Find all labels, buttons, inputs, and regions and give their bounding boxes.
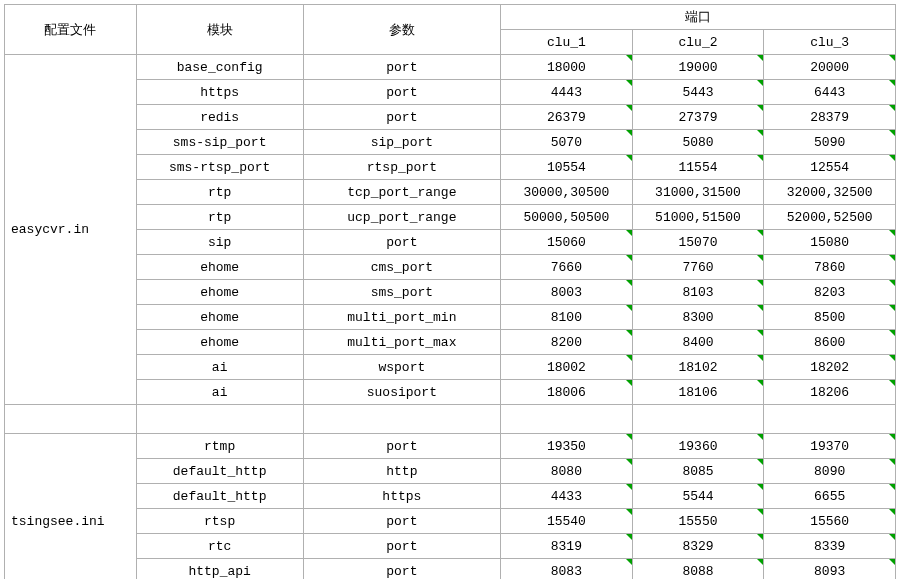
table-row: aiwsport180021810218202 bbox=[5, 355, 896, 380]
table-row: default_httphttps443355446655 bbox=[5, 484, 896, 509]
clu3-cell: 20000 bbox=[764, 55, 896, 80]
clu3-cell: 12554 bbox=[764, 155, 896, 180]
clu1-cell: 15060 bbox=[501, 230, 633, 255]
clu1-cell: 19350 bbox=[501, 434, 633, 459]
param-cell: port bbox=[303, 80, 500, 105]
clu1-cell: 30000,30500 bbox=[501, 180, 633, 205]
table-row: rtcport831983298339 bbox=[5, 534, 896, 559]
header-clu3: clu_3 bbox=[764, 30, 896, 55]
param-cell: port bbox=[303, 105, 500, 130]
clu3-cell: 8500 bbox=[764, 305, 896, 330]
header-clu2: clu_2 bbox=[632, 30, 764, 55]
module-cell: sms-sip_port bbox=[136, 130, 303, 155]
empty-cell bbox=[136, 405, 303, 434]
clu1-cell: 8003 bbox=[501, 280, 633, 305]
module-cell: rtc bbox=[136, 534, 303, 559]
clu3-cell: 8093 bbox=[764, 559, 896, 580]
clu3-cell: 28379 bbox=[764, 105, 896, 130]
param-cell: port bbox=[303, 55, 500, 80]
clu3-cell: 15560 bbox=[764, 509, 896, 534]
clu3-cell: 5090 bbox=[764, 130, 896, 155]
clu2-cell: 19360 bbox=[632, 434, 764, 459]
empty-cell bbox=[5, 405, 137, 434]
clu2-cell: 18106 bbox=[632, 380, 764, 405]
module-cell: http_api bbox=[136, 559, 303, 580]
clu3-cell: 8090 bbox=[764, 459, 896, 484]
param-cell: port bbox=[303, 230, 500, 255]
table-row: rtptcp_port_range30000,3050031000,315003… bbox=[5, 180, 896, 205]
module-cell: base_config bbox=[136, 55, 303, 80]
clu1-cell: 5070 bbox=[501, 130, 633, 155]
empty-cell bbox=[764, 405, 896, 434]
clu3-cell: 18202 bbox=[764, 355, 896, 380]
table-row: ehomesms_port800381038203 bbox=[5, 280, 896, 305]
param-cell: port bbox=[303, 434, 500, 459]
table-row: http_apiport808380888093 bbox=[5, 559, 896, 580]
clu2-cell: 8300 bbox=[632, 305, 764, 330]
clu2-cell: 51000,51500 bbox=[632, 205, 764, 230]
param-cell: multi_port_max bbox=[303, 330, 500, 355]
clu3-cell: 18206 bbox=[764, 380, 896, 405]
empty-cell bbox=[501, 405, 633, 434]
param-cell: wsport bbox=[303, 355, 500, 380]
clu3-cell: 8600 bbox=[764, 330, 896, 355]
clu1-cell: 8080 bbox=[501, 459, 633, 484]
clu1-cell: 18006 bbox=[501, 380, 633, 405]
table-row: default_httphttp808080858090 bbox=[5, 459, 896, 484]
module-cell: https bbox=[136, 80, 303, 105]
clu1-cell: 18000 bbox=[501, 55, 633, 80]
table-row: aisuosiport180061810618206 bbox=[5, 380, 896, 405]
clu1-cell: 7660 bbox=[501, 255, 633, 280]
module-cell: sip bbox=[136, 230, 303, 255]
header-port-group: 端口 bbox=[501, 5, 896, 30]
param-cell: cms_port bbox=[303, 255, 500, 280]
clu1-cell: 26379 bbox=[501, 105, 633, 130]
table-row: tsingsee.inirtmpport193501936019370 bbox=[5, 434, 896, 459]
module-cell: rtmp bbox=[136, 434, 303, 459]
module-cell: rtp bbox=[136, 180, 303, 205]
clu1-cell: 8200 bbox=[501, 330, 633, 355]
module-cell: default_http bbox=[136, 459, 303, 484]
clu2-cell: 15070 bbox=[632, 230, 764, 255]
clu2-cell: 5443 bbox=[632, 80, 764, 105]
clu1-cell: 10554 bbox=[501, 155, 633, 180]
table-header: 配置文件 模块 参数 端口 clu_1 clu_2 clu_3 bbox=[5, 5, 896, 55]
param-cell: tcp_port_range bbox=[303, 180, 500, 205]
clu2-cell: 5544 bbox=[632, 484, 764, 509]
param-cell: port bbox=[303, 534, 500, 559]
clu2-cell: 11554 bbox=[632, 155, 764, 180]
param-cell: sms_port bbox=[303, 280, 500, 305]
clu2-cell: 8103 bbox=[632, 280, 764, 305]
module-cell: ehome bbox=[136, 255, 303, 280]
module-cell: ai bbox=[136, 380, 303, 405]
param-cell: multi_port_min bbox=[303, 305, 500, 330]
clu2-cell: 8085 bbox=[632, 459, 764, 484]
config-file-cell: easycvr.in bbox=[5, 55, 137, 405]
clu3-cell: 8203 bbox=[764, 280, 896, 305]
param-cell: port bbox=[303, 559, 500, 580]
config-file-cell: tsingsee.ini bbox=[5, 434, 137, 580]
table-body: easycvr.inbase_configport180001900020000… bbox=[5, 55, 896, 580]
separator-row bbox=[5, 405, 896, 434]
param-cell: http bbox=[303, 459, 500, 484]
clu1-cell: 18002 bbox=[501, 355, 633, 380]
table-row: ehomemulti_port_min810083008500 bbox=[5, 305, 896, 330]
table-row: sipport150601507015080 bbox=[5, 230, 896, 255]
clu3-cell: 19370 bbox=[764, 434, 896, 459]
param-cell: sip_port bbox=[303, 130, 500, 155]
table-row: rtpucp_port_range50000,5050051000,515005… bbox=[5, 205, 896, 230]
clu2-cell: 15550 bbox=[632, 509, 764, 534]
header-clu1: clu_1 bbox=[501, 30, 633, 55]
empty-cell bbox=[303, 405, 500, 434]
header-config-file: 配置文件 bbox=[5, 5, 137, 55]
clu3-cell: 6443 bbox=[764, 80, 896, 105]
module-cell: ai bbox=[136, 355, 303, 380]
clu3-cell: 6655 bbox=[764, 484, 896, 509]
table-row: redisport263792737928379 bbox=[5, 105, 896, 130]
clu3-cell: 32000,32500 bbox=[764, 180, 896, 205]
param-cell: suosiport bbox=[303, 380, 500, 405]
table-row: sms-rtsp_portrtsp_port105541155412554 bbox=[5, 155, 896, 180]
clu1-cell: 8100 bbox=[501, 305, 633, 330]
module-cell: sms-rtsp_port bbox=[136, 155, 303, 180]
clu3-cell: 52000,52500 bbox=[764, 205, 896, 230]
